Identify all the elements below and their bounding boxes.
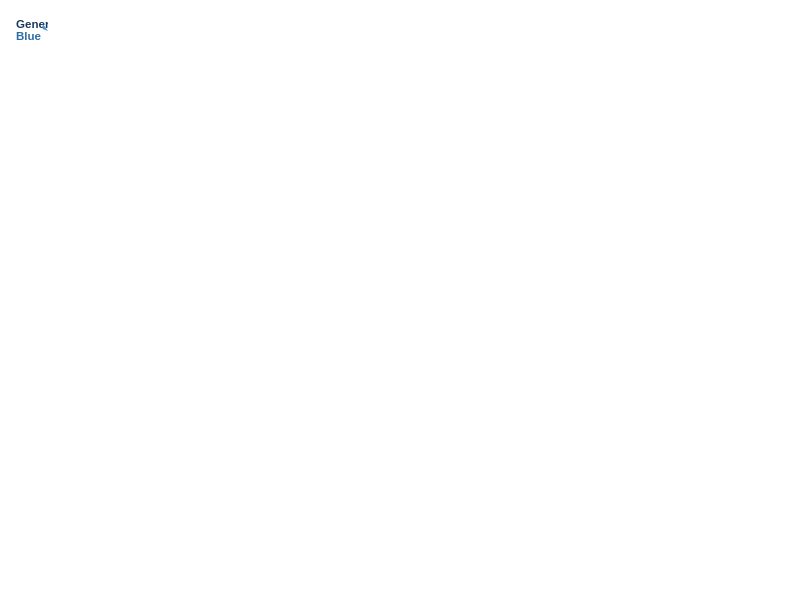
logo-icon: General Blue bbox=[16, 16, 48, 44]
svg-text:Blue: Blue bbox=[16, 30, 42, 42]
logo: General Blue bbox=[16, 16, 52, 44]
page-header: General Blue bbox=[16, 16, 776, 44]
